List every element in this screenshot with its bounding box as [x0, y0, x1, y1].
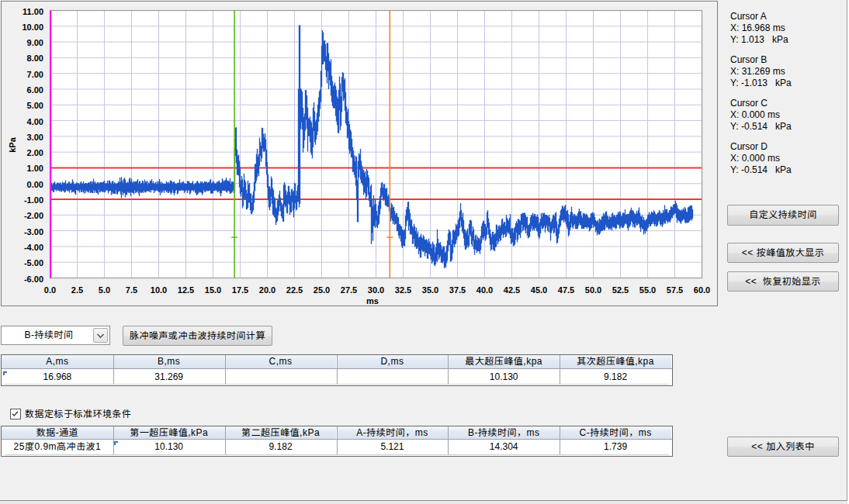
svg-text:15.0: 15.0 [205, 285, 221, 295]
svg-text:42.5: 42.5 [504, 285, 520, 295]
svg-text:-4.00: -4.00 [24, 243, 43, 252]
svg-text:57.5: 57.5 [667, 285, 683, 295]
svg-text:55.0: 55.0 [639, 285, 656, 295]
svg-text:17.5: 17.5 [232, 285, 248, 295]
svg-text:30.0: 30.0 [368, 285, 384, 295]
svg-text:0.00: 0.00 [27, 180, 43, 189]
svg-text:2.00: 2.00 [27, 148, 43, 157]
svg-text:-2.00: -2.00 [24, 211, 43, 220]
svg-text:32.5: 32.5 [395, 285, 411, 295]
svg-text:5.0: 5.0 [99, 285, 110, 295]
svg-text:10.00: 10.00 [22, 22, 43, 32]
svg-text:35.0: 35.0 [422, 285, 438, 295]
svg-text:7.5: 7.5 [126, 285, 137, 295]
svg-text:-5.00: -5.00 [24, 258, 43, 268]
svg-text:0.0: 0.0 [44, 285, 56, 295]
svg-text:-1.00: -1.00 [24, 195, 43, 205]
svg-text:3.00: 3.00 [27, 133, 43, 142]
svg-text:kPa: kPa [8, 136, 17, 152]
svg-text:40.0: 40.0 [476, 285, 493, 295]
svg-text:-3.00: -3.00 [24, 227, 43, 236]
svg-text:7.00: 7.00 [27, 70, 43, 79]
svg-text:5.00: 5.00 [27, 101, 43, 110]
svg-text:52.5: 52.5 [612, 285, 629, 295]
svg-text:2.5: 2.5 [71, 285, 83, 295]
svg-text:50.0: 50.0 [585, 285, 601, 295]
svg-text:9.00: 9.00 [27, 38, 43, 47]
svg-text:11.00: 11.00 [23, 7, 43, 16]
svg-text:37.5: 37.5 [449, 285, 466, 295]
svg-text:10.0: 10.0 [151, 285, 167, 295]
svg-text:47.5: 47.5 [558, 285, 574, 295]
svg-text:27.5: 27.5 [341, 285, 357, 295]
svg-text:-6.00: -6.00 [24, 274, 43, 284]
svg-text:ms: ms [366, 296, 379, 305]
svg-text:1.00: 1.00 [27, 164, 43, 173]
svg-text:20.0: 20.0 [259, 285, 275, 295]
svg-text:8.00: 8.00 [27, 54, 43, 63]
svg-text:12.5: 12.5 [178, 285, 194, 295]
svg-text:4.00: 4.00 [27, 117, 43, 126]
svg-text:45.0: 45.0 [531, 285, 547, 295]
svg-text:22.5: 22.5 [286, 285, 303, 295]
svg-text:25.0: 25.0 [314, 285, 330, 295]
svg-text:6.00: 6.00 [27, 85, 43, 95]
svg-text:60.0: 60.0 [694, 285, 710, 295]
